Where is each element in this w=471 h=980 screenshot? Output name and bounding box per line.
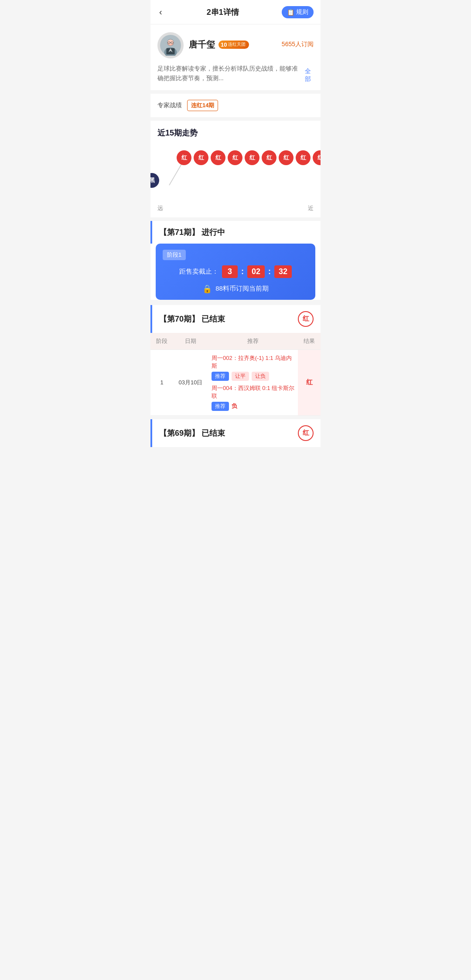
lock-icon: 🔒 xyxy=(202,284,212,294)
rules-button[interactable]: 📋 规则 xyxy=(282,6,314,18)
match2-label: 周一004：西汉姆联 0:1 纽卡斯尔联 xyxy=(212,384,294,400)
label-1b: 让负 xyxy=(252,372,269,381)
trend-dot-2: 红 xyxy=(194,150,208,165)
cell-date: 03月10日 xyxy=(173,350,208,415)
streak-text: 连红天团 xyxy=(228,41,246,47)
period-70-section: 【第70期】 已结束 红 阶段 日期 推荐 结果 1 03月10日 周一002：… xyxy=(150,305,321,416)
period-71-section: 【第71期】 进行中 阶段1 距售卖截止： 3 : 02 : 32 🔒 88料币… xyxy=(150,221,321,300)
trend-axis-right: 近 xyxy=(308,204,314,212)
trend-dot-1: 红 xyxy=(177,150,191,165)
profile-name-row: 唐千玺 10 连红天团 5655人订阅 xyxy=(189,39,314,51)
trend-section: 近15期走势 红 红 红 红 红 红 红 红 红 红 黑 远 近 xyxy=(150,121,321,217)
table-row: 1 03月10日 周一002：拉齐奥(-1) 1:1 乌迪内斯 推荐 让平 让负… xyxy=(150,350,321,416)
period-69-result-badge: 红 xyxy=(298,425,314,441)
rec-tag-1: 推荐 xyxy=(212,372,229,381)
cell-stage: 1 xyxy=(150,350,173,415)
back-button[interactable]: ‹ xyxy=(157,5,164,19)
profile-info: 唐千玺 10 连红天团 5655人订阅 xyxy=(189,39,314,52)
col-header-stage: 阶段 xyxy=(150,337,173,345)
label-1a: 让平 xyxy=(232,372,249,381)
period-69-title: 【第69期】 已结束 xyxy=(159,428,298,438)
period-71-header: 【第71期】 进行中 xyxy=(150,221,321,244)
period-70-result-badge: 红 xyxy=(298,311,314,327)
profile-desc-row: 足球比赛解读专家，擅长分析球队历史战绩，能够准确把握比赛节奏，预测... 全部 xyxy=(157,64,314,83)
trend-title: 近15期走势 xyxy=(157,128,314,138)
match1-label: 周一002：拉齐奥(-1) 1:1 乌迪内斯 xyxy=(212,354,294,370)
subscribe-row[interactable]: 🔒 88料币订阅当前期 xyxy=(163,284,308,294)
countdown-hours: 3 xyxy=(222,265,238,278)
stage-label: 阶段1 xyxy=(163,250,186,260)
rec-tag-2: 推荐 xyxy=(212,402,229,411)
stage-tag: 阶段1 xyxy=(163,250,308,265)
countdown-sep-1: : xyxy=(241,267,244,276)
countdown-sep-2: : xyxy=(268,267,271,276)
col-header-result: 结果 xyxy=(298,337,321,345)
cell-result: 红 xyxy=(298,350,321,415)
profile-description: 足球比赛解读专家，擅长分析球队历史战绩，能够准确把握比赛节奏，预测... xyxy=(157,64,303,83)
period-71-title: 【第71期】 进行中 xyxy=(159,227,314,237)
header: ‹ 2串1详情 📋 规则 xyxy=(150,0,321,24)
profile-section: 唐千玺 10 连红天团 5655人订阅 足球比赛解读专家，擅长分析球队历史战绩，… xyxy=(150,24,321,90)
period-69-header: 【第69期】 已结束 红 xyxy=(150,419,321,447)
trend-dot-4: 红 xyxy=(228,150,242,165)
streak-num: 10 xyxy=(221,41,227,48)
trend-chart: 红 红 红 红 红 红 红 红 红 红 黑 xyxy=(157,147,312,199)
subscribe-text: 88料币订阅当前期 xyxy=(215,285,269,293)
desc-more-button[interactable]: 全部 xyxy=(305,68,314,83)
period-69-section: 【第69期】 已结束 红 xyxy=(150,419,321,447)
record-section: 专家战绩 连红14期 xyxy=(150,94,321,117)
table-header: 阶段 日期 推荐 结果 xyxy=(150,333,321,350)
subscriber-count: 5655人订阅 xyxy=(282,41,314,48)
rec-tags-2: 推荐 负 xyxy=(212,402,237,411)
profile-top: 唐千玺 10 连红天团 5655人订阅 xyxy=(157,32,314,58)
trend-axis: 远 近 xyxy=(157,203,314,212)
trend-dot-8: 红 xyxy=(296,150,311,165)
avatar xyxy=(157,32,184,58)
trend-red-dots: 红 红 红 红 红 红 红 红 红 红 xyxy=(177,150,321,165)
trend-dot-5: 红 xyxy=(245,150,259,165)
record-badge: 连红14期 xyxy=(187,100,218,111)
streak-badge: 10 连红天团 xyxy=(218,41,249,49)
rules-label: 规则 xyxy=(296,8,308,16)
countdown-seconds: 32 xyxy=(274,265,292,278)
rec-tags-1: 推荐 让平 让负 xyxy=(212,372,269,381)
record-label: 专家战绩 xyxy=(157,102,182,109)
col-header-rec: 推荐 xyxy=(208,337,298,345)
countdown-minutes: 02 xyxy=(247,265,265,278)
trend-dot-9: 红 xyxy=(313,150,321,165)
trend-dot-3: 红 xyxy=(211,150,225,165)
col-header-date: 日期 xyxy=(173,337,208,345)
rules-icon: 📋 xyxy=(287,9,294,16)
cell-rec: 周一002：拉齐奥(-1) 1:1 乌迪内斯 推荐 让平 让负 周一004：西汉… xyxy=(208,350,298,415)
trend-dot-7: 红 xyxy=(279,150,294,165)
period-70-header: 【第70期】 已结束 红 xyxy=(150,305,321,333)
page-title: 2串1详情 xyxy=(207,7,239,17)
profile-name: 唐千玺 xyxy=(189,39,215,51)
period-71-card: 阶段1 距售卖截止： 3 : 02 : 32 🔒 88料币订阅当前期 xyxy=(156,244,315,300)
countdown-label: 距售卖截止： xyxy=(179,268,218,276)
result2-label: 负 xyxy=(232,402,237,410)
period-70-title: 【第70期】 已结束 xyxy=(159,314,298,324)
countdown-row: 距售卖截止： 3 : 02 : 32 xyxy=(163,265,308,278)
trend-dot-6: 红 xyxy=(262,150,276,165)
trend-axis-left: 远 xyxy=(157,204,163,212)
